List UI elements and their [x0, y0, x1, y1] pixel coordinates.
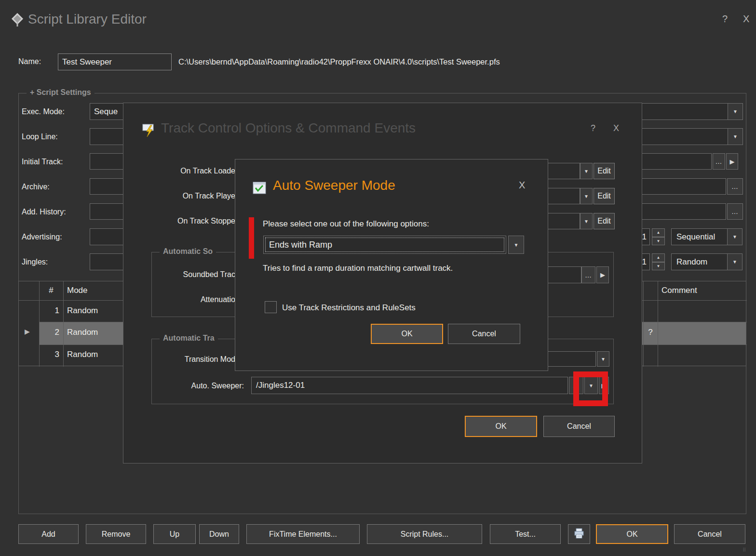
help-icon[interactable]: ? — [591, 123, 595, 133]
row-mode: Random — [67, 328, 98, 337]
dropdown-icon[interactable]: ▼ — [728, 129, 742, 145]
jingles-count-value: 1 — [642, 257, 647, 267]
advertising-count-value: 1 — [642, 232, 647, 242]
row-num: 3 — [39, 350, 59, 359]
archive-label: Archive: — [22, 183, 50, 191]
printer-icon — [573, 528, 585, 541]
test-button[interactable]: Test... — [490, 524, 561, 544]
sweeper-option-combo[interactable]: Ends with Ramp — [263, 236, 506, 254]
auto-sweeper-value: /Jingles12-01 — [256, 381, 305, 390]
dropdown-icon[interactable]: ▼ — [728, 104, 742, 119]
sweeper-prompt: Please select one out of the following o… — [263, 219, 429, 229]
spinner-up-icon[interactable]: ▲ — [652, 228, 665, 237]
on-track-loaded-edit-button[interactable]: Edit — [594, 163, 615, 179]
sweeper-dialog-icon — [253, 182, 267, 197]
on-track-stopped-edit-button[interactable]: Edit — [594, 213, 615, 229]
sweeper-option-value: Ends with Ramp — [269, 240, 332, 250]
ok-button[interactable]: OK — [596, 524, 668, 544]
add-button[interactable]: Add — [18, 524, 79, 544]
remove-button[interactable]: Remove — [86, 524, 146, 544]
initial-track-forward-button[interactable]: ▶ — [726, 153, 738, 170]
soundbed-forward-button[interactable]: ▶ — [596, 266, 609, 283]
sweeper-cancel-button[interactable]: Cancel — [448, 324, 520, 344]
resize-grip[interactable]: ⠿ — [742, 547, 750, 554]
sweeper-ok-button[interactable]: OK — [371, 324, 443, 344]
sweeper-dialog-title: Auto Sweeper Mode — [273, 178, 395, 193]
column-header-num[interactable]: # — [39, 286, 63, 295]
jingles-mode-value: Random — [676, 257, 707, 267]
initial-track-browse-button[interactable]: … — [713, 153, 725, 170]
automatic-soundbed-group-label: Automatic So — [160, 247, 216, 256]
dropdown-icon[interactable]: ▼ — [580, 163, 593, 179]
spinner-down-icon[interactable]: ▼ — [652, 262, 665, 271]
jingles-mode-combo[interactable]: Random ▼ — [671, 253, 742, 270]
archive-browse-button[interactable]: … — [727, 178, 743, 195]
soundbed-track-label: Soundbed Trac — [123, 270, 235, 279]
dropdown-icon[interactable]: ▼ — [597, 351, 609, 367]
name-input[interactable] — [58, 53, 172, 70]
dropdown-icon[interactable]: ▼ — [727, 229, 742, 245]
help-icon[interactable]: ? — [722, 13, 728, 25]
initial-track-label: Initial Track: — [22, 158, 63, 166]
bolt-icon — [142, 123, 157, 140]
row-num: 1 — [39, 306, 59, 316]
row-marker-icon: ▶ — [25, 328, 30, 335]
column-header-mode[interactable]: Mode — [67, 286, 88, 295]
auto-sweeper-field[interactable]: /Jingles12-01 — [251, 377, 568, 394]
add-history-label: Add. History: — [22, 208, 66, 216]
close-icon[interactable]: X — [743, 13, 749, 25]
advertising-mode-value: Sequential — [676, 232, 715, 242]
attenuation-label: Attenuatio — [123, 295, 235, 304]
transition-mode-label: Transition Mod — [123, 355, 235, 364]
spinner-up-icon[interactable]: ▲ — [652, 253, 665, 262]
script-file-path: C:\Users\bernd\AppData\Roaming\radio42\P… — [178, 57, 500, 66]
column-header-comment[interactable]: Comment — [662, 286, 697, 295]
add-history-browse-button[interactable]: … — [727, 203, 743, 220]
on-track-played-edit-button[interactable]: Edit — [594, 188, 615, 204]
track-dialog-ok-button[interactable]: OK — [465, 416, 537, 437]
window-title: Script Library Editor — [28, 12, 147, 27]
row-mode: Random — [67, 350, 98, 359]
name-label: Name: — [18, 57, 41, 66]
down-button[interactable]: Down — [199, 524, 239, 544]
row-flag: ? — [643, 328, 658, 337]
track-dialog-title: Track Control Options & Command Events — [161, 120, 416, 136]
dropdown-icon[interactable]: ▼ — [727, 254, 742, 270]
track-restrictions-checkbox[interactable] — [265, 301, 277, 313]
automatic-transition-group-label: Automatic Tra — [160, 334, 218, 343]
loop-line-label: Loop Line: — [22, 132, 58, 141]
dropdown-icon[interactable]: ▼ — [580, 188, 593, 204]
red-marker-bar — [249, 217, 254, 259]
script-library-editor-window: Script Library Editor ? X Name: C:\Users… — [0, 0, 756, 556]
soundbed-browse-button[interactable]: … — [581, 266, 595, 283]
close-icon[interactable]: X — [613, 123, 619, 133]
up-button[interactable]: Up — [153, 524, 196, 544]
jingles-count-stepper[interactable]: ▲ ▼ — [652, 253, 665, 270]
dropdown-icon[interactable]: ▼ — [580, 213, 593, 229]
row-num: 2 — [39, 328, 59, 337]
sweeper-option-dropdown-button[interactable]: ▼ — [508, 236, 524, 254]
spinner-down-icon[interactable]: ▼ — [652, 237, 665, 246]
app-icon — [11, 13, 24, 29]
jingles-label: Jingles: — [22, 258, 48, 266]
on-track-loaded-label: On Track Loade — [123, 167, 235, 175]
sweeper-description: Tries to find a ramp duration matching c… — [263, 264, 453, 273]
red-highlight-rectangle — [573, 371, 608, 406]
script-settings-group-label: + Script Settings — [27, 88, 94, 97]
row-mode: Random — [67, 306, 98, 316]
on-track-stopped-label: On Track Stoppe — [123, 217, 235, 225]
advertising-mode-combo[interactable]: Sequential ▼ — [671, 228, 742, 245]
print-button[interactable] — [568, 524, 590, 544]
track-restrictions-checkbox-label: Use Track Restrictions and RuleSets — [282, 303, 416, 313]
script-rules-button[interactable]: Script Rules... — [367, 524, 482, 544]
exec-mode-label: Exec. Mode: — [22, 107, 65, 116]
auto-sweeper-label: Auto. Sweeper: — [123, 382, 244, 390]
advertising-count-stepper[interactable]: ▲ ▼ — [652, 228, 665, 245]
exec-mode-value: Seque — [94, 107, 118, 117]
advertising-label: Advertising: — [22, 233, 62, 241]
track-dialog-cancel-button[interactable]: Cancel — [543, 416, 615, 437]
fixtime-elements-button[interactable]: FixTime Elements... — [246, 524, 360, 544]
auto-sweeper-dialog: Auto Sweeper Mode X Please select one ou… — [235, 159, 548, 371]
cancel-button[interactable]: Cancel — [674, 524, 745, 544]
close-icon[interactable]: X — [519, 180, 525, 191]
